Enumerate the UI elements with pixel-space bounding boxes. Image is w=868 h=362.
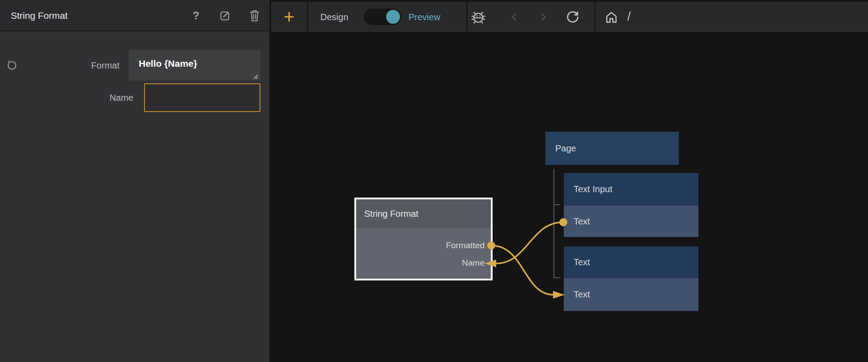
node-page[interactable]: Page (545, 132, 679, 165)
toolbar-divider (466, 2, 468, 32)
edit-icon[interactable] (218, 7, 232, 25)
textarea-resize-handle[interactable] (252, 73, 258, 79)
design-mode-label[interactable]: Design (320, 12, 348, 22)
toolbar-divider (307, 2, 308, 32)
toolbar-divider (594, 2, 596, 32)
add-node-button[interactable]: + (271, 2, 307, 32)
refresh-icon[interactable] (563, 2, 583, 32)
node-string-format[interactable]: String Format Formatted Name (354, 198, 493, 280)
node-text-input-title: Text Input (564, 173, 698, 206)
preview-mode-label[interactable]: Preview (408, 12, 440, 22)
toggle-knob (386, 10, 400, 24)
node-text-port-text[interactable]: Text (564, 278, 698, 311)
node-text-input-port-text[interactable]: Text (564, 206, 698, 237)
back-icon[interactable] (506, 2, 523, 32)
node-text-title: Text (564, 246, 698, 278)
name-label: Name (67, 93, 133, 103)
forward-icon[interactable] (534, 2, 552, 32)
trash-icon[interactable] (248, 6, 261, 25)
plus-icon: + (284, 6, 295, 28)
port-name-input[interactable]: Name (462, 258, 485, 268)
format-value-field[interactable]: Hello {Name} (129, 50, 260, 81)
bug-icon[interactable] (468, 2, 489, 32)
panel-title: String Format (11, 0, 68, 31)
home-icon[interactable] (601, 2, 621, 32)
breadcrumb[interactable]: / (627, 10, 631, 24)
property-panel: String Format ? Format Hello {Name} Name (0, 0, 269, 362)
node-text-input[interactable]: Text Input Text (564, 173, 698, 237)
node-page-title: Page (545, 132, 679, 165)
property-panel-header: String Format ? (0, 0, 269, 31)
top-toolbar: + Design Preview / (271, 2, 868, 32)
help-icon[interactable]: ? (189, 6, 203, 25)
node-string-format-title: String Format (356, 199, 491, 228)
design-preview-toggle[interactable] (364, 9, 401, 25)
name-value-field[interactable] (144, 83, 260, 112)
port-formatted-output[interactable]: Formatted (446, 241, 485, 250)
node-text[interactable]: Text Text (564, 246, 698, 311)
format-label: Format (45, 60, 119, 71)
reset-icon[interactable] (4, 58, 19, 72)
